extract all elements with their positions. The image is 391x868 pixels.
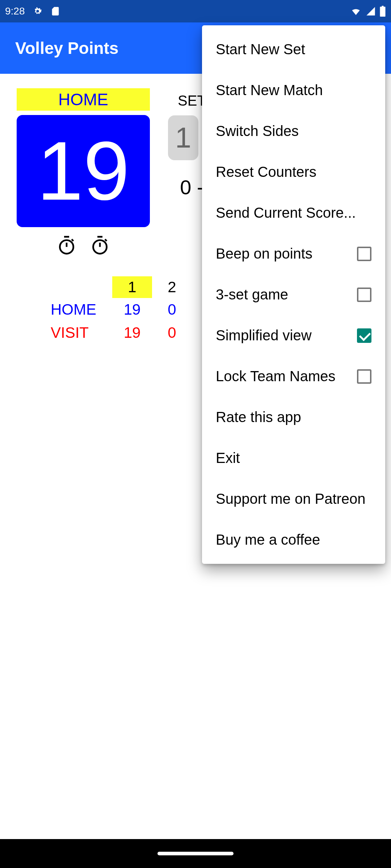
status-time: 9:28	[5, 5, 25, 17]
menu-label: Rate this app	[216, 409, 301, 425]
menu-lock-team-names[interactable]: Lock Team Names	[202, 356, 385, 397]
home-score-value[interactable]: 19	[17, 115, 150, 227]
checkbox-icon[interactable]	[357, 369, 371, 384]
checkbox-icon[interactable]	[357, 288, 371, 302]
signal-icon	[366, 6, 376, 16]
stopwatch-icon[interactable]	[90, 235, 110, 257]
menu-label: Buy me a coffee	[216, 532, 320, 548]
table-row-home: HOME 19 0	[51, 298, 203, 321]
menu-3-set-game[interactable]: 3-set game	[202, 274, 385, 315]
menu-label: Send Current Score...	[216, 205, 356, 221]
menu-label: 3-set game	[216, 286, 288, 303]
table-header-set1: 1	[112, 276, 152, 298]
menu-coffee[interactable]: Buy me a coffee	[202, 519, 385, 560]
menu-label: Exit	[216, 450, 240, 466]
menu-start-new-set[interactable]: Start New Set	[202, 29, 385, 70]
score-table: 1 2 HOME 19 0 VISIT 19 0	[51, 276, 203, 344]
menu-rate-app[interactable]: Rate this app	[202, 397, 385, 438]
overflow-menu: Start New Set Start New Match Switch Sid…	[202, 25, 385, 564]
table-visit-name: VISIT	[51, 321, 112, 344]
wifi-icon	[350, 6, 362, 16]
menu-exit[interactable]: Exit	[202, 438, 385, 478]
menu-label: Start New Set	[216, 41, 305, 58]
menu-label: Support me on Patreon	[216, 491, 366, 507]
table-row-visit: VISIT 19 0	[51, 321, 203, 344]
menu-label: Switch Sides	[216, 123, 299, 139]
table-home-set1: 19	[112, 298, 152, 321]
menu-patreon[interactable]: Support me on Patreon	[202, 478, 385, 519]
home-team-label[interactable]: HOME	[17, 88, 150, 111]
menu-label: Lock Team Names	[216, 368, 336, 384]
home-score-panel: HOME 19	[17, 88, 150, 257]
checkbox-checked-icon[interactable]	[357, 328, 371, 343]
table-visit-set1: 19	[112, 321, 152, 344]
table-visit-set2: 0	[152, 321, 192, 344]
table-header-set2: 2	[152, 276, 192, 298]
menu-simplified-view[interactable]: Simplified view	[202, 315, 385, 356]
menu-send-score[interactable]: Send Current Score...	[202, 192, 385, 233]
checkbox-icon[interactable]	[357, 247, 371, 261]
navigation-bar	[0, 839, 391, 868]
status-right	[350, 6, 386, 17]
table-home-set2: 0	[152, 298, 192, 321]
set-number-box[interactable]: 1	[168, 115, 198, 160]
app-title: Volley Points	[15, 38, 118, 58]
stopwatch-icon[interactable]	[56, 235, 77, 257]
settings-indicator-icon	[32, 6, 43, 17]
table-header: 1 2	[51, 276, 203, 298]
home-indicator[interactable]	[157, 852, 234, 855]
battery-icon	[379, 6, 386, 17]
menu-label: Reset Counters	[216, 164, 316, 180]
sd-card-icon	[50, 6, 60, 17]
menu-label: Start New Match	[216, 82, 323, 98]
menu-switch-sides[interactable]: Switch Sides	[202, 111, 385, 152]
status-bar: 9:28	[0, 0, 391, 22]
status-left: 9:28	[5, 5, 60, 17]
menu-beep-on-points[interactable]: Beep on points	[202, 233, 385, 274]
table-home-name: HOME	[51, 298, 112, 321]
table-header-blank	[51, 285, 112, 289]
menu-reset-counters[interactable]: Reset Counters	[202, 152, 385, 192]
home-timers	[56, 235, 110, 257]
menu-label: Beep on points	[216, 246, 312, 262]
menu-label: Simplified view	[216, 327, 312, 344]
menu-start-new-match[interactable]: Start New Match	[202, 70, 385, 111]
